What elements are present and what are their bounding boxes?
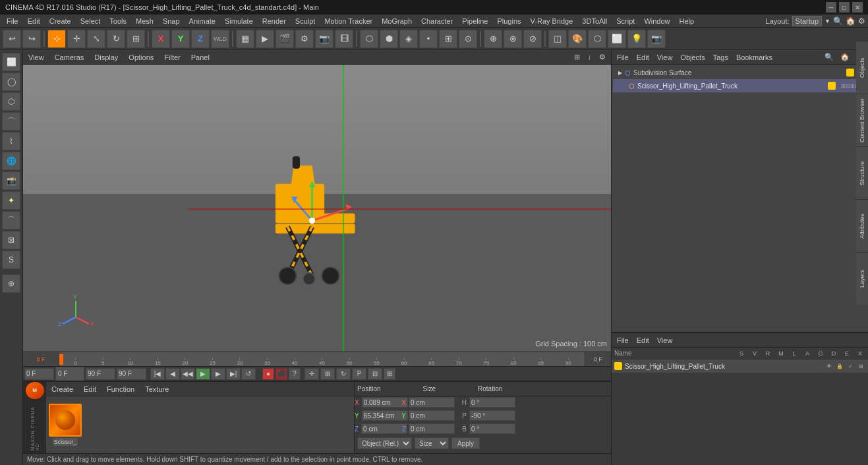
- close-button[interactable]: ✕: [852, 2, 863, 13]
- tool-scene[interactable]: 🌐: [2, 152, 20, 170]
- key-grid-button[interactable]: ⊟: [368, 368, 382, 380]
- redo-button[interactable]: ↪: [22, 30, 41, 48]
- render-region-button[interactable]: ▦: [236, 30, 254, 48]
- layout-dropdown[interactable]: Startup: [792, 16, 822, 26]
- maximize-button[interactable]: □: [839, 2, 850, 13]
- menu-edit[interactable]: Edit: [24, 16, 44, 26]
- obj-home-icon[interactable]: 🏠: [838, 53, 852, 61]
- obj-menu-bookmarks[interactable]: Bookmarks: [734, 53, 775, 61]
- scale-tool-button[interactable]: ⤡: [87, 30, 105, 48]
- tool-nurbs[interactable]: ⌒: [2, 112, 20, 131]
- obj-menu-file[interactable]: File: [614, 53, 631, 61]
- light-button[interactable]: 💡: [627, 30, 646, 48]
- layout-expand-icon[interactable]: ▼: [825, 18, 830, 24]
- menu-mesh[interactable]: Mesh: [132, 16, 158, 26]
- key-scale-button[interactable]: P: [352, 368, 366, 380]
- playback-help-button[interactable]: ?: [289, 368, 301, 380]
- tab-attributes[interactable]: Attributes: [856, 199, 868, 252]
- attr-menu-view[interactable]: View: [654, 336, 676, 344]
- obj-search-icon[interactable]: 🔍: [822, 53, 836, 61]
- mat-menu-edit[interactable]: Edit: [81, 385, 99, 393]
- tab-objects[interactable]: Objects: [856, 50, 868, 94]
- vp-menu-display[interactable]: Display: [92, 53, 121, 61]
- rotate-tool-button[interactable]: ↻: [107, 30, 125, 48]
- y-axis-button[interactable]: Y: [171, 30, 190, 48]
- vp-menu-filter[interactable]: Filter: [161, 53, 183, 61]
- tool-camera2[interactable]: 📸: [2, 171, 20, 190]
- vp-icon-down[interactable]: ↓: [585, 53, 594, 61]
- material-item[interactable]: Scissor_: [49, 404, 82, 446]
- tool-sphere[interactable]: ◯: [2, 73, 20, 91]
- menu-script[interactable]: Script: [612, 16, 639, 26]
- p-input[interactable]: [469, 410, 515, 421]
- render-mp-button[interactable]: 🎞: [335, 30, 353, 48]
- viewport[interactable]: Perspective: [23, 65, 611, 352]
- attr-item-truck[interactable]: Scissor_High_Lifting_Pallet_Truck 👁 🔒 ✓ …: [612, 359, 868, 373]
- frame-end-input[interactable]: [86, 368, 115, 380]
- obj-menu-edit[interactable]: Edit: [634, 53, 652, 61]
- menu-select[interactable]: Select: [76, 16, 105, 26]
- tool-polygon[interactable]: ⬡: [2, 92, 20, 111]
- render-view-button[interactable]: ▶: [256, 30, 274, 48]
- menu-motion-tracker[interactable]: Motion Tracker: [320, 16, 376, 26]
- record-button[interactable]: ●: [262, 368, 274, 380]
- loop-button[interactable]: ↺: [241, 368, 256, 380]
- go-end-button[interactable]: ▶|: [226, 368, 241, 380]
- point-mode-button[interactable]: •: [419, 30, 438, 48]
- obj-menu-view[interactable]: View: [654, 53, 676, 61]
- vp-icon-move[interactable]: ⊞: [571, 53, 583, 61]
- key-move-button[interactable]: ✛: [304, 368, 319, 380]
- h-input[interactable]: [469, 397, 515, 408]
- tool-light2[interactable]: ✦: [2, 191, 20, 210]
- timeline-ticks[interactable]: 051015202530354045505560657075808590: [59, 352, 585, 366]
- mat-menu-function[interactable]: Function: [104, 385, 137, 393]
- tab-layers[interactable]: Layers: [856, 252, 868, 305]
- texture-button[interactable]: 🎨: [568, 30, 587, 48]
- tool-s[interactable]: S: [2, 251, 20, 269]
- undo-button[interactable]: ↩: [3, 30, 21, 48]
- menu-plugins[interactable]: Plugins: [493, 16, 525, 26]
- tool-snap-left[interactable]: ⊕: [2, 274, 20, 293]
- tool-deform[interactable]: ⌇: [2, 132, 20, 150]
- camera-button[interactable]: 📷: [647, 30, 666, 48]
- menu-vray[interactable]: V-Ray Bridge: [527, 16, 577, 26]
- b-input[interactable]: [469, 423, 515, 434]
- mat-menu-create[interactable]: Create: [49, 385, 76, 393]
- object-mode-button[interactable]: ⬡: [360, 30, 378, 48]
- projection-button[interactable]: ⬜: [608, 30, 626, 48]
- polygon-mode-button[interactable]: ⬢: [380, 30, 398, 48]
- frame-start-input[interactable]: [57, 368, 83, 380]
- layout-icon3[interactable]: ⚙: [858, 16, 865, 26]
- tool-bend[interactable]: ⌒: [2, 211, 20, 230]
- y-size-input[interactable]: [409, 410, 455, 421]
- menu-character[interactable]: Character: [417, 16, 457, 26]
- mat-menu-texture[interactable]: Texture: [142, 385, 171, 393]
- menu-create[interactable]: Create: [45, 16, 75, 26]
- menu-mograph[interactable]: MoGraph: [378, 16, 416, 26]
- go-start-button[interactable]: |◀: [150, 368, 165, 380]
- vp-menu-options[interactable]: Options: [126, 53, 156, 61]
- key-settings-button[interactable]: ⊞: [384, 368, 395, 380]
- coord-size-dropdown[interactable]: Size Scale: [415, 437, 449, 449]
- menu-sculpt[interactable]: Sculpt: [291, 16, 320, 26]
- material-button[interactable]: ◫: [548, 30, 567, 48]
- vp-menu-panel[interactable]: Panel: [188, 53, 212, 61]
- menu-window[interactable]: Window: [640, 16, 674, 26]
- attr-menu-edit[interactable]: Edit: [634, 336, 652, 344]
- shader-button[interactable]: ⬡: [588, 30, 606, 48]
- menu-tools[interactable]: Tools: [105, 16, 130, 26]
- sculpt-mode-button[interactable]: ⊙: [459, 30, 477, 48]
- menu-animate[interactable]: Animate: [185, 16, 219, 26]
- move-tool-button[interactable]: ✛: [67, 30, 86, 48]
- tab-structure[interactable]: Structure: [856, 146, 868, 199]
- key-select-button[interactable]: ⊞: [320, 368, 335, 380]
- vp-menu-cameras[interactable]: Cameras: [52, 53, 87, 61]
- render-seq-button[interactable]: 📷: [315, 30, 333, 48]
- menu-snap[interactable]: Snap: [159, 16, 184, 26]
- tool-cube[interactable]: ⬜: [2, 53, 20, 71]
- snap-button[interactable]: ⊕: [484, 30, 502, 48]
- world-axis-button[interactable]: WLD: [211, 30, 229, 48]
- record2-button[interactable]: ⬛: [275, 368, 287, 380]
- menu-3dtoall[interactable]: 3DToAll: [578, 16, 611, 26]
- render-button[interactable]: 🎬: [275, 30, 294, 48]
